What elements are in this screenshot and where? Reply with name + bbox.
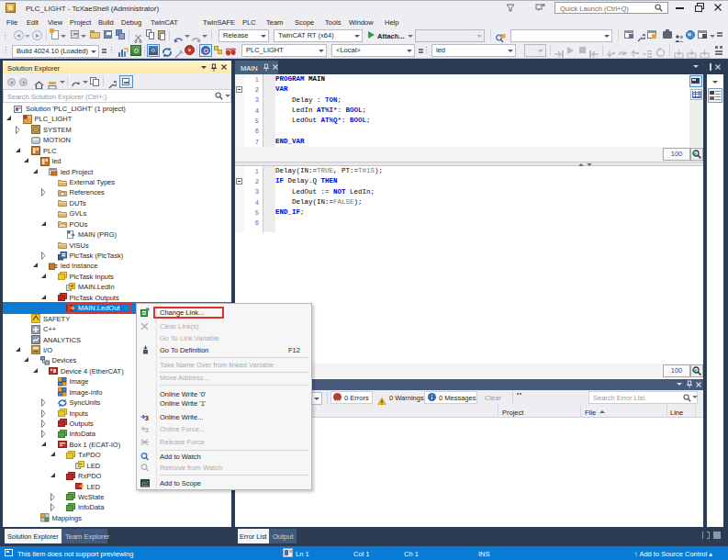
svg-text:3: 3 xyxy=(145,413,150,421)
svg-text:3: 3 xyxy=(145,425,150,433)
